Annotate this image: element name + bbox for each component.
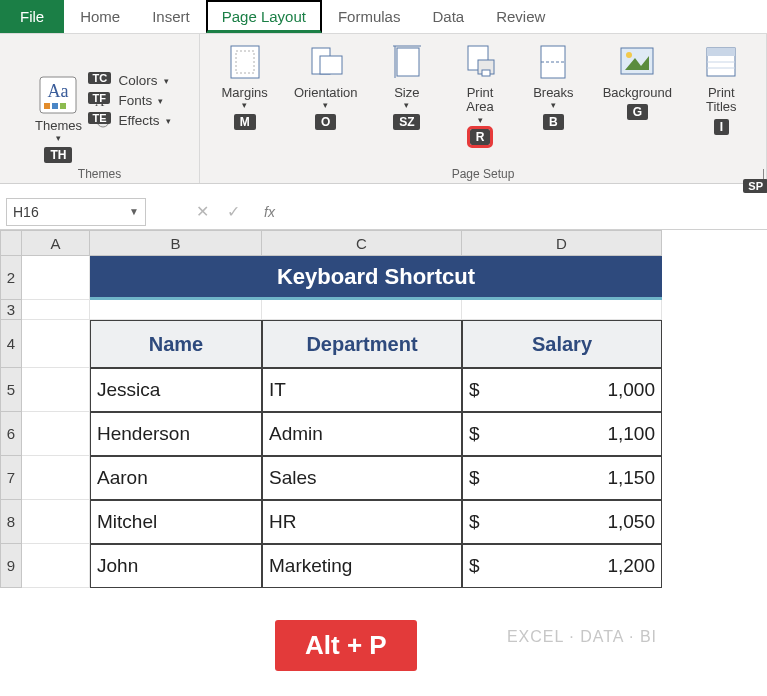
cell[interactable] (90, 300, 262, 320)
cell[interactable] (22, 320, 90, 368)
cell[interactable] (22, 256, 90, 300)
svg-rect-4 (60, 103, 66, 109)
name-box-value: H16 (13, 204, 39, 220)
tab-home[interactable]: Home (64, 0, 136, 33)
cell-dept[interactable]: Sales (262, 456, 462, 500)
orientation-icon (306, 42, 346, 86)
enter-icon[interactable]: ✓ (227, 202, 240, 221)
row-header[interactable]: 5 (0, 368, 22, 412)
margins-button[interactable]: Margins ▾ M (215, 40, 275, 165)
effects-label: Effects (118, 113, 159, 128)
cell-dept[interactable]: IT (262, 368, 462, 412)
formula-bar: H16 ▼ ✕ ✓ fx (0, 194, 767, 230)
tab-insert[interactable]: Insert (136, 0, 206, 33)
row-header[interactable]: 7 (0, 456, 22, 500)
background-button[interactable]: Background G (597, 40, 678, 165)
fx-label[interactable]: fx (264, 204, 275, 220)
col-header[interactable]: A (22, 230, 90, 256)
tab-review[interactable]: Review (480, 0, 561, 33)
table-header-department[interactable]: Department (262, 320, 462, 368)
group-title-page-setup: Page Setup (208, 167, 758, 181)
cell-salary[interactable]: $1,200 (462, 544, 662, 588)
col-header[interactable]: D (462, 230, 662, 256)
row-header[interactable]: 9 (0, 544, 22, 588)
table-header-name[interactable]: Name (90, 320, 262, 368)
cell-name[interactable]: Jessica (90, 368, 262, 412)
group-title-themes: Themes (78, 167, 121, 181)
breaks-button[interactable]: Breaks ▾ B (523, 40, 583, 165)
themes-icon: Aa (38, 75, 78, 119)
tab-formulas[interactable]: Formulas (322, 0, 417, 33)
row-header[interactable]: 3 (0, 300, 22, 320)
hint-background: G (627, 104, 648, 120)
cell-dept[interactable]: HR (262, 500, 462, 544)
svg-rect-29 (707, 48, 735, 56)
themes-button[interactable]: Aa Themes ▾ TH (28, 73, 88, 165)
tab-data[interactable]: Data (416, 0, 480, 33)
svg-rect-3 (52, 103, 58, 109)
col-header[interactable]: C (262, 230, 462, 256)
hint-print-area: R (470, 129, 491, 145)
col-header[interactable]: B (90, 230, 262, 256)
cell[interactable] (22, 368, 90, 412)
fonts-button[interactable]: TF A Fonts ▾ (94, 93, 170, 109)
orientation-button[interactable]: Orientation ▾ O (288, 40, 364, 165)
background-label: Background (603, 86, 672, 100)
select-all-corner[interactable] (0, 230, 22, 256)
cell[interactable] (262, 300, 462, 320)
effects-button[interactable]: TE Effects ▾ (94, 113, 170, 129)
cell-salary[interactable]: $1,000 (462, 368, 662, 412)
row-header[interactable]: 2 (0, 256, 22, 300)
cell-dept[interactable]: Marketing (262, 544, 462, 588)
svg-text:Aa: Aa (48, 81, 69, 101)
breaks-icon (533, 42, 573, 86)
hint-margins: M (234, 114, 256, 130)
cell[interactable] (22, 300, 90, 320)
svg-point-27 (626, 52, 632, 58)
cell-salary[interactable]: $1,050 (462, 500, 662, 544)
print-titles-icon (701, 42, 741, 86)
cell[interactable] (462, 300, 662, 320)
hint-orientation: O (315, 114, 336, 130)
name-box[interactable]: H16 ▼ (6, 198, 146, 226)
ribbon-tabs: File Home Insert Page Layout Formulas Da… (0, 0, 767, 34)
cancel-icon[interactable]: ✕ (196, 202, 209, 221)
cell-name[interactable]: Aaron (90, 456, 262, 500)
cell[interactable] (22, 456, 90, 500)
hint-print-titles: I (714, 119, 729, 135)
cell-salary[interactable]: $1,150 (462, 456, 662, 500)
hint-colors: TC (88, 72, 111, 84)
cell[interactable] (22, 500, 90, 544)
watermark: EXCEL · DATA · BI (507, 628, 657, 646)
cell-salary[interactable]: $1,100 (462, 412, 662, 456)
cell-dept[interactable]: Admin (262, 412, 462, 456)
cell-name[interactable]: Henderson (90, 412, 262, 456)
sheet-title[interactable]: Keyboard Shortcut (90, 256, 662, 300)
tab-page-layout[interactable]: Page Layout (206, 0, 322, 33)
colors-label: Colors (118, 73, 157, 88)
spreadsheet: 2 3 4 5 6 7 8 9 A B C D Keyboard Shortcu… (0, 230, 767, 588)
orientation-label: Orientation (294, 86, 358, 100)
table-header-salary[interactable]: Salary (462, 320, 662, 368)
svg-rect-16 (320, 56, 342, 74)
background-icon (617, 42, 657, 86)
colors-button[interactable]: TC Colors ▾ (94, 73, 170, 89)
svg-rect-2 (44, 103, 50, 109)
print-titles-label: Print Titles (706, 86, 737, 115)
row-header[interactable]: 6 (0, 412, 22, 456)
size-button[interactable]: Size ▾ SZ (377, 40, 437, 165)
row-header[interactable]: 8 (0, 500, 22, 544)
cell-name[interactable]: John (90, 544, 262, 588)
row-header[interactable]: 4 (0, 320, 22, 368)
hint-fonts: TF (88, 92, 109, 104)
cell-name[interactable]: Mitchel (90, 500, 262, 544)
chevron-down-icon[interactable]: ▼ (129, 206, 139, 217)
cell[interactable] (22, 544, 90, 588)
group-themes: Aa Themes ▾ TH TC Colors ▾ TF (0, 34, 200, 183)
print-area-button[interactable]: Print Area ▾ R (450, 40, 510, 165)
size-icon (387, 42, 427, 86)
print-area-icon (460, 42, 500, 86)
print-titles-button[interactable]: Print Titles I (691, 40, 751, 165)
cell[interactable] (22, 412, 90, 456)
tab-file[interactable]: File (0, 0, 64, 33)
